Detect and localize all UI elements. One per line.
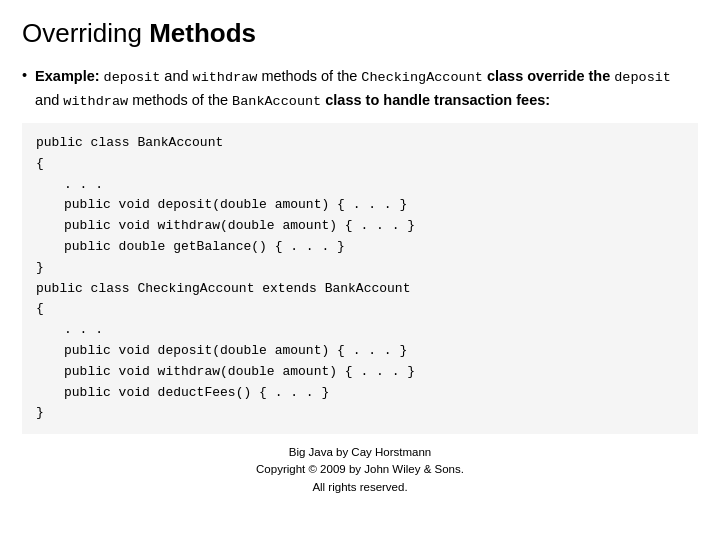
code-line: public void deposit(double amount) { . .… [36, 195, 684, 216]
desc-override-text: class override the [487, 68, 614, 84]
code-line: . . . [36, 320, 684, 341]
title-bold: Methods [149, 18, 256, 48]
footer: Big Java by Cay Horstmann Copyright © 20… [22, 444, 698, 496]
code-line: { [36, 154, 684, 175]
description-text: Example: deposit and withdraw methods of… [35, 65, 698, 113]
desc-bankaccount: BankAccount [232, 94, 321, 109]
code-line: public class CheckingAccount extends Ban… [36, 279, 684, 300]
code-line: public double getBalance() { . . . } [36, 237, 684, 258]
code-line: public void deposit(double amount) { . .… [36, 341, 684, 362]
desc-deposit1: deposit [104, 70, 161, 85]
bullet-section: • Example: deposit and withdraw methods … [22, 65, 698, 113]
code-line: public void deductFees() { . . . } [36, 383, 684, 404]
desc-deposit2: deposit [614, 70, 671, 85]
desc-handle-text: class to handle transaction fees: [325, 92, 550, 108]
code-line: } [36, 403, 684, 424]
code-line: . . . [36, 175, 684, 196]
code-line: } [36, 258, 684, 279]
footer-line3: All rights reserved. [22, 479, 698, 496]
code-line: public void withdraw(double amount) { . … [36, 216, 684, 237]
code-line: public void withdraw(double amount) { . … [36, 362, 684, 383]
page-title: Overriding Methods [22, 18, 698, 49]
footer-line2: Copyright © 2009 by John Wiley & Sons. [22, 461, 698, 478]
desc-withdraw1: withdraw [193, 70, 258, 85]
footer-line1: Big Java by Cay Horstmann [22, 444, 698, 461]
code-line: { [36, 299, 684, 320]
desc-checkingaccount: CheckingAccount [361, 70, 483, 85]
title-normal: Overriding [22, 18, 149, 48]
bullet-symbol: • [22, 65, 27, 113]
desc-example-label: Example: [35, 68, 104, 84]
desc-withdraw2: withdraw [63, 94, 128, 109]
code-line: public class BankAccount [36, 133, 684, 154]
code-block: public class BankAccount{. . .public voi… [22, 123, 698, 434]
